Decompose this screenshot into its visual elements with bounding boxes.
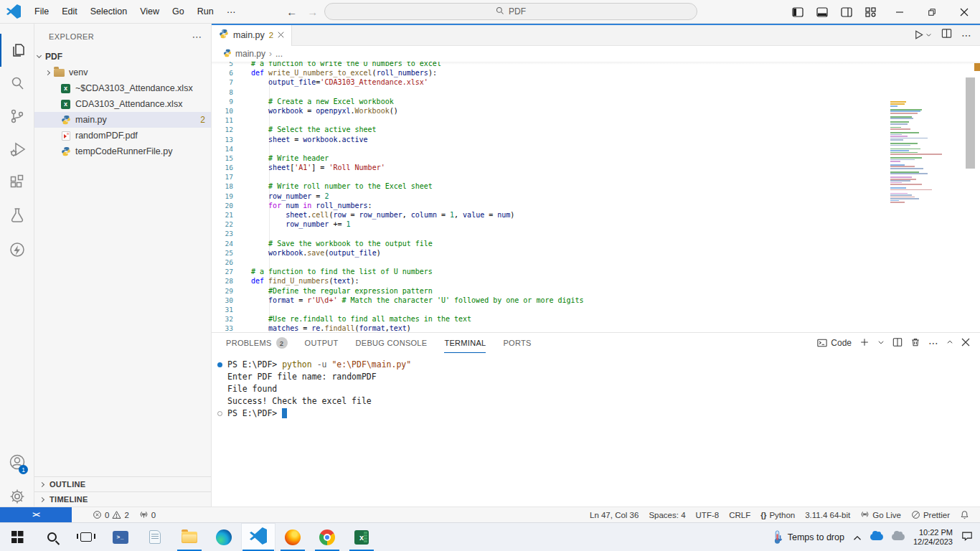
tree-item-main-py[interactable]: main.py2 bbox=[34, 112, 211, 128]
minimap[interactable] bbox=[890, 101, 962, 204]
code-text: output_file='CDA3103_Attendance.xlsx' bbox=[251, 77, 428, 87]
status-python-interpreter[interactable]: 3.11.4 64-bit bbox=[800, 507, 855, 523]
split-terminal-icon[interactable] bbox=[892, 337, 903, 349]
section-outline[interactable]: OUTLINE bbox=[34, 476, 211, 491]
tab-close-icon[interactable] bbox=[278, 32, 284, 38]
menu-item-file[interactable]: File bbox=[28, 3, 55, 20]
menu-item-view[interactable]: View bbox=[133, 3, 166, 20]
taskbar-task-view[interactable] bbox=[69, 523, 103, 551]
status-notifications[interactable] bbox=[955, 507, 974, 523]
run-python-file-icon[interactable] bbox=[913, 29, 932, 40]
source-control-icon[interactable] bbox=[0, 100, 34, 133]
accounts-icon[interactable]: 1 bbox=[0, 446, 34, 479]
close-button[interactable] bbox=[948, 0, 980, 24]
minimize-button[interactable] bbox=[883, 0, 915, 24]
kill-terminal-icon[interactable] bbox=[910, 337, 920, 349]
minimap-line bbox=[890, 182, 902, 184]
status-encoding[interactable]: UTF-8 bbox=[691, 507, 725, 523]
taskbar-notepad[interactable] bbox=[138, 523, 172, 551]
code-runner-icon[interactable] bbox=[0, 233, 34, 266]
taskbar-file-explorer[interactable] bbox=[172, 523, 207, 551]
line-number: 19 bbox=[212, 192, 233, 201]
onedrive-icon[interactable] bbox=[870, 534, 883, 540]
breadcrumb-symbol[interactable]: ... bbox=[275, 49, 283, 59]
menu-item-selection[interactable]: Selection bbox=[84, 3, 133, 20]
breadcrumb-file[interactable]: main.py bbox=[235, 49, 265, 59]
status-language-mode[interactable]: {}Python bbox=[755, 507, 800, 523]
editor-scrollbar[interactable] bbox=[966, 77, 975, 169]
clock[interactable]: 10:22 PM 12/24/2023 bbox=[913, 528, 953, 547]
panel-tab-terminal[interactable]: TERMINAL bbox=[444, 333, 486, 353]
command-center-search[interactable]: PDF bbox=[324, 3, 697, 20]
status-problems-summary[interactable]: 02 bbox=[88, 507, 134, 523]
taskbar-search[interactable] bbox=[34, 523, 69, 551]
terminal-output[interactable]: PS E:\PDF> python -u "e:\PDF\main.py"Ent… bbox=[212, 359, 980, 507]
terminal-dropdown-icon[interactable] bbox=[877, 338, 885, 348]
run-and-debug-icon[interactable] bbox=[0, 133, 34, 166]
terminal-line-5: PS E:\PDF> bbox=[212, 408, 980, 420]
extensions-icon[interactable] bbox=[0, 166, 34, 199]
explorer-icon[interactable] bbox=[0, 34, 34, 67]
status-eol-sequence[interactable]: CRLF bbox=[724, 507, 755, 523]
panel-more-actions-icon[interactable]: ⋯ bbox=[928, 337, 938, 349]
toggle-primary-sidebar-icon[interactable] bbox=[786, 0, 810, 24]
status-ports-forwarded[interactable]: 0 bbox=[134, 507, 161, 523]
testing-icon[interactable] bbox=[0, 199, 34, 232]
breadcrumb[interactable]: main.py › ... bbox=[212, 46, 980, 62]
tray-chevron-up-icon[interactable] bbox=[853, 531, 862, 544]
menu-item-⋯[interactable]: ⋯ bbox=[220, 3, 242, 21]
maximize-panel-icon[interactable] bbox=[946, 338, 953, 348]
split-editor-icon[interactable] bbox=[941, 28, 952, 42]
status-go-live[interactable]: Go Live bbox=[855, 507, 906, 523]
tree-root-pdf[interactable]: PDF bbox=[34, 49, 211, 65]
code-editor[interactable]: 5# a function to write the U numbers to … bbox=[212, 62, 980, 332]
taskbar-excel[interactable]: x bbox=[344, 523, 379, 551]
tree-item-tempcoderunnerfile-py[interactable]: tempCodeRunnerFile.py bbox=[34, 143, 211, 159]
remote-indicator[interactable]: >< bbox=[0, 507, 72, 523]
weather-cloud-icon[interactable] bbox=[892, 534, 905, 540]
panel-tab-ports[interactable]: PORTS bbox=[503, 333, 531, 353]
minimap-line bbox=[890, 149, 920, 150]
panel-tab-debug-console[interactable]: DEBUG CONSOLE bbox=[356, 333, 428, 353]
customize-layout-icon[interactable] bbox=[859, 0, 883, 24]
history-back-icon[interactable]: ← bbox=[286, 6, 297, 18]
section-timeline[interactable]: TIMELINE bbox=[34, 491, 211, 507]
weather-widget[interactable]: Temps to drop bbox=[773, 530, 844, 545]
restore-button[interactable] bbox=[915, 0, 948, 24]
taskbar-start[interactable] bbox=[0, 523, 34, 551]
toggle-panel-icon[interactable] bbox=[810, 0, 834, 24]
panel-tab-output[interactable]: OUTPUT bbox=[305, 333, 339, 353]
panel-tab-label: PROBLEMS bbox=[226, 339, 272, 347]
tree-item-venv[interactable]: venv bbox=[34, 65, 211, 80]
notification-center-icon[interactable] bbox=[961, 530, 973, 545]
explorer-more-actions-icon[interactable]: ⋯ bbox=[192, 31, 202, 42]
new-terminal-icon[interactable] bbox=[859, 337, 870, 349]
editor-more-actions-icon[interactable]: ⋯ bbox=[961, 29, 971, 41]
tree-item-cda3103-attendance-xlsx[interactable]: xCDA3103_Attendance.xlsx bbox=[34, 96, 211, 112]
code-text: # Write header bbox=[251, 154, 329, 163]
tree-item--cda3103-attendance-xlsx[interactable]: x~$CDA3103_Attendance.xlsx bbox=[34, 80, 211, 96]
search-view-icon[interactable] bbox=[0, 67, 34, 100]
menu-item-go[interactable]: Go bbox=[166, 3, 191, 20]
taskbar-powershell[interactable]: >_ bbox=[103, 523, 138, 551]
close-panel-icon[interactable] bbox=[961, 338, 970, 349]
bell-icon bbox=[960, 510, 969, 519]
taskbar-firefox[interactable] bbox=[275, 523, 310, 551]
tree-item-randompdf-pdf[interactable]: randomPDF.pdf bbox=[34, 128, 211, 143]
tab-main-py[interactable]: main.py 2 bbox=[212, 24, 292, 46]
command-decoration-icon[interactable] bbox=[217, 411, 222, 416]
status-indentation[interactable]: Spaces: 4 bbox=[644, 507, 690, 523]
launch-profile-icon[interactable]: Code bbox=[817, 338, 852, 348]
panel-tab-problems[interactable]: PROBLEMS2 bbox=[226, 333, 288, 353]
taskbar-edge[interactable] bbox=[207, 523, 241, 551]
status-prettier[interactable]: Prettier bbox=[906, 507, 955, 523]
status-cursor-position[interactable]: Ln 47, Col 36 bbox=[585, 507, 644, 523]
code-line-28: 28def find_U_numbers(text): bbox=[212, 276, 980, 286]
toggle-secondary-sidebar-icon[interactable] bbox=[834, 0, 859, 24]
command-decoration-icon[interactable] bbox=[217, 362, 222, 367]
taskbar-chrome[interactable] bbox=[310, 523, 344, 551]
menu-item-run[interactable]: Run bbox=[191, 3, 220, 20]
taskbar-vscode[interactable] bbox=[241, 523, 275, 551]
menu-item-edit[interactable]: Edit bbox=[55, 3, 84, 20]
python-icon bbox=[60, 146, 71, 156]
